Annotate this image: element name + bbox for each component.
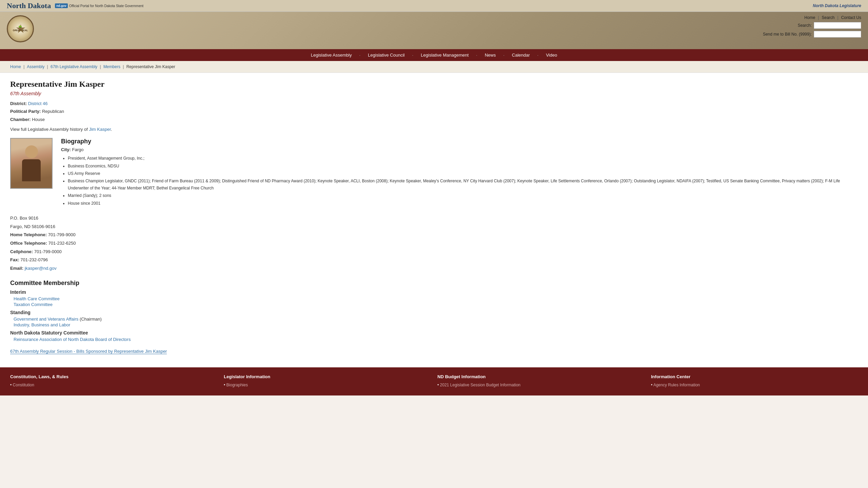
nav-video[interactable]: Video (539, 49, 564, 61)
party-value: Republican (42, 109, 64, 114)
home-phone-label: Home Telephone: (10, 232, 47, 237)
list-item: Reinsurance Association of North Dakota … (14, 337, 858, 342)
state-seal: 🌳 GREAT SEAL (7, 15, 34, 42)
nav-legislative-management[interactable]: Legislative Management (414, 49, 475, 61)
fax: 701-232-0796 (20, 257, 48, 262)
history-text: View full Legislative Assembly history o… (10, 127, 88, 132)
seal-area: 🌳 GREAT SEAL (7, 15, 34, 42)
list-item: Taxation Committee (14, 302, 858, 307)
photo-container (10, 138, 54, 207)
footer-col4-heading: Information Center (651, 374, 858, 379)
footer-col2-heading: Legislator Information (224, 374, 431, 379)
fax-label: Fax: (10, 257, 19, 262)
sep2: | (837, 15, 839, 20)
interim-committee-list: Health Care Committee Taxation Committee (10, 296, 858, 307)
footer-col1: Constitution, Laws, & Rules Constitution (10, 374, 217, 389)
reinsurance-assoc-link[interactable]: Reinsurance Association of North Dakota … (14, 337, 131, 342)
po-box: P.O. Box 9016 (10, 214, 858, 223)
top-bar-left: North Dakota nd.gov Official Portal for … (7, 1, 143, 10)
list-item: Agency Rules Information (651, 383, 858, 387)
city-state-zip: Fargo, ND 58106-9016 (10, 223, 858, 231)
contact-info: P.O. Box 9016 Fargo, ND 58106-9016 Home … (10, 214, 858, 273)
nav-news[interactable]: News (478, 49, 503, 61)
footer-col2-list: Biographies (224, 383, 431, 387)
list-item: Constitution (10, 383, 217, 387)
party-label: Political Party: (10, 109, 41, 114)
committee-heading: Committee Membership (10, 280, 858, 287)
bio-city-value: Fargo (72, 147, 84, 152)
breadcrumb-members[interactable]: Members (103, 64, 120, 69)
nav-calendar[interactable]: Calendar (505, 49, 537, 61)
nd-gov-badge: nd.gov Official Portal for North Dakota … (55, 3, 143, 8)
office-phone-label: Office Telephone: (10, 241, 47, 246)
bill-input[interactable] (814, 31, 861, 38)
list-item: House since 2001 (68, 200, 858, 207)
nav-legislative-assembly[interactable]: Legislative Assembly (304, 49, 359, 61)
list-item: 2021 Legislative Session Budget Informat… (437, 383, 644, 387)
footer-col3-heading: ND Budget Information (437, 374, 644, 379)
bio-city: City: Fargo (61, 147, 858, 152)
breadcrumb-current: Representative Jim Kasper (126, 64, 175, 69)
bio-city-label: City: (61, 147, 71, 152)
breadcrumb-legislative[interactable]: 67th Legislative Assembly (51, 64, 97, 69)
biographies-link[interactable]: Biographies (226, 383, 248, 387)
photo-placeholder (11, 139, 52, 188)
gov-veterans-affairs-link[interactable]: Government and Veterans Affairs (14, 317, 78, 322)
chamber-label: Chamber: (10, 117, 31, 122)
email-link[interactable]: jkasper@nd.gov (25, 266, 57, 271)
district-link[interactable]: District 46 (28, 101, 48, 106)
list-item: US Army Reserve (68, 170, 858, 177)
list-item: Biographies (224, 383, 431, 387)
chairman-note: (Chairman) (80, 317, 102, 322)
list-item: Government and Veterans Affairs (Chairma… (14, 317, 858, 322)
constitution-link[interactable]: Constitution (13, 383, 34, 387)
contact-link[interactable]: Contact Us (841, 15, 861, 20)
office-phone: 701-232-6250 (48, 241, 76, 246)
breadcrumb-assembly[interactable]: Assembly (27, 64, 44, 69)
breadcrumb: Home | Assembly | 67th Legislative Assem… (0, 61, 868, 73)
home-phone: 701-799-9000 (48, 232, 76, 237)
taxation-committee-link[interactable]: Taxation Committee (14, 302, 53, 307)
history-link[interactable]: Jim Kasper (89, 127, 111, 132)
search-link[interactable]: Search (822, 15, 834, 20)
footer: Constitution, Laws, & Rules Constitution… (0, 367, 868, 395)
nav-bar: Legislative Assembly · Legislative Counc… (0, 49, 868, 61)
page-title: Representative Jim Kasper (10, 80, 858, 89)
list-item: President, Asset Management Group, Inc.; (68, 155, 858, 162)
statutory-committee-list: Reinsurance Association of North Dakota … (10, 337, 858, 342)
bio-info: District: District 46 Political Party: R… (10, 100, 858, 123)
district-label: District: (10, 101, 27, 106)
bio-section: Biography City: Fargo President, Asset M… (10, 138, 858, 207)
bio-list: President, Asset Management Group, Inc.;… (61, 155, 858, 207)
health-care-committee-link[interactable]: Health Care Committee (14, 296, 60, 301)
nd-logo-text: North Dakota (7, 1, 51, 10)
sep1: | (818, 15, 819, 20)
industry-business-labor-link[interactable]: Industry, Business and Labor (14, 322, 70, 327)
ndgov-badge-icon: nd.gov (55, 3, 68, 8)
breadcrumb-home[interactable]: Home (10, 64, 21, 69)
standing-committee-list: Government and Veterans Affairs (Chairma… (10, 317, 858, 327)
footer-col3: ND Budget Information 2021 Legislative S… (437, 374, 644, 389)
nav-legislative-council[interactable]: Legislative Council (361, 49, 411, 61)
budget-info-link[interactable]: 2021 Legislative Session Budget Informat… (440, 383, 521, 387)
interim-heading: Interim (10, 289, 858, 295)
view-history: View full Legislative Assembly history o… (10, 127, 858, 132)
bill-label: Send me to Bill No. (9999): (763, 32, 812, 37)
email-label: Email: (10, 266, 23, 271)
footer-col2: Legislator Information Biographies (224, 374, 431, 389)
standing-heading: Standing (10, 310, 858, 315)
header: 🌳 GREAT SEAL Home | Search | Contact Us … (0, 12, 868, 49)
agency-rules-link[interactable]: Agency Rules Information (653, 383, 700, 387)
bills-sponsored-link[interactable]: 67th Assembly Regular Session - Bills Sp… (10, 349, 167, 354)
statutory-heading: North Dakota Statutory Committee (10, 330, 858, 336)
legislator-photo (10, 138, 53, 189)
committee-section: Committee Membership Interim Health Care… (10, 280, 858, 342)
home-link[interactable]: Home (804, 15, 815, 20)
search-input[interactable] (814, 22, 861, 29)
top-bar: North Dakota nd.gov Official Portal for … (0, 0, 868, 12)
list-item: Industry, Business and Labor (14, 322, 858, 327)
chamber-value: House (32, 117, 45, 122)
footer-col1-heading: Constitution, Laws, & Rules (10, 374, 217, 379)
footer-col4: Information Center Agency Rules Informat… (651, 374, 858, 389)
seal-text: GREAT SEAL (13, 29, 28, 32)
